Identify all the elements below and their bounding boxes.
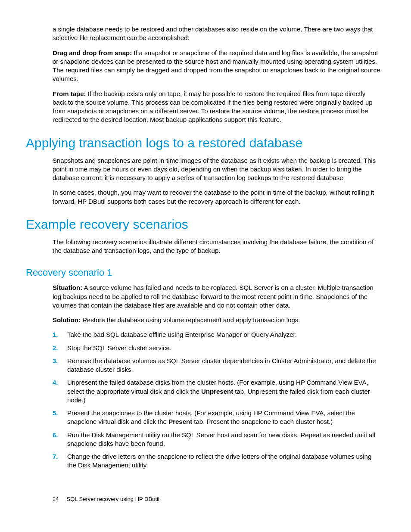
step-item: 1.Take the bad SQL database offline usin… — [53, 330, 381, 339]
section1-p1: Snapshots and snapclones are point-in-ti… — [53, 156, 381, 183]
situation-lead: Situation: — [53, 284, 82, 291]
solution-lead: Solution: — [53, 316, 81, 324]
step-text: Take the bad SQL database offline using … — [67, 330, 381, 339]
from-tape-lead: From tape: — [53, 90, 86, 97]
heading-example-scenarios: Example recovery scenarios — [26, 217, 385, 232]
step-text: Run the Disk Management utility on the S… — [67, 431, 381, 448]
page-content: a single database needs to be restored a… — [0, 0, 411, 520]
step-text: Present the snapclones to the cluster ho… — [67, 409, 381, 426]
section1-block: Snapshots and snapclones are point-in-ti… — [53, 156, 381, 206]
step-item: 3.Remove the database volumes as SQL Ser… — [53, 357, 381, 374]
heading-applying-logs: Applying transaction logs to a restored … — [26, 136, 385, 150]
step-text: Change the drive letters on the snapclon… — [67, 452, 381, 470]
step-number: 5. — [53, 409, 67, 417]
intro-p3: From tape: If the backup exists only on … — [53, 90, 381, 124]
scenario1-steps: 1.Take the bad SQL database offline usin… — [53, 330, 381, 470]
intro-p1: a single database needs to be restored a… — [53, 25, 381, 43]
step-item: 5.Present the snapclones to the cluster … — [53, 409, 381, 426]
step-number: 7. — [53, 452, 67, 461]
step-number: 6. — [53, 431, 67, 439]
intro-p2: Drag and drop from snap: If a snapshot o… — [53, 49, 381, 84]
drag-drop-lead: Drag and drop from snap: — [53, 49, 132, 56]
scenario1-block: Situation: A source volume has failed an… — [53, 283, 381, 470]
step-text: Remove the database volumes as SQL Serve… — [67, 357, 381, 374]
page-footer: 24SQL Server recovery using HP DButil — [53, 496, 385, 502]
step-number: 4. — [53, 378, 67, 387]
section2-block: The following recovery scenarios illustr… — [53, 238, 381, 255]
step-item: 6.Run the Disk Management utility on the… — [53, 431, 381, 448]
scenario1-situation: Situation: A source volume has failed an… — [53, 283, 381, 310]
step-text: Unpresent the failed database disks from… — [67, 378, 381, 404]
footer-title: SQL Server recovery using HP DButil — [66, 496, 159, 502]
section1-p2: In some cases, though, you may want to r… — [53, 188, 381, 206]
step-text: Stop the SQL Server cluster service. — [67, 344, 381, 352]
step-number: 2. — [53, 344, 67, 352]
section2-p1: The following recovery scenarios illustr… — [53, 238, 381, 255]
step-number: 3. — [53, 357, 67, 365]
intro-block: a single database needs to be restored a… — [53, 25, 381, 124]
scenario1-solution: Solution: Restore the database using vol… — [53, 316, 381, 324]
step-item: 2.Stop the SQL Server cluster service. — [53, 344, 381, 352]
step-item: 4.Unpresent the failed database disks fr… — [53, 378, 381, 404]
solution-body: Restore the database using volume replac… — [81, 316, 300, 324]
situation-body: A source volume has failed and needs to … — [53, 284, 374, 309]
step-number: 1. — [53, 330, 67, 339]
page-number: 24 — [53, 496, 59, 502]
heading-recovery-scenario-1: Recovery scenario 1 — [26, 267, 385, 278]
from-tape-body: If the backup exists only on tape, it ma… — [53, 90, 373, 124]
step-item: 7.Change the drive letters on the snapcl… — [53, 452, 381, 470]
